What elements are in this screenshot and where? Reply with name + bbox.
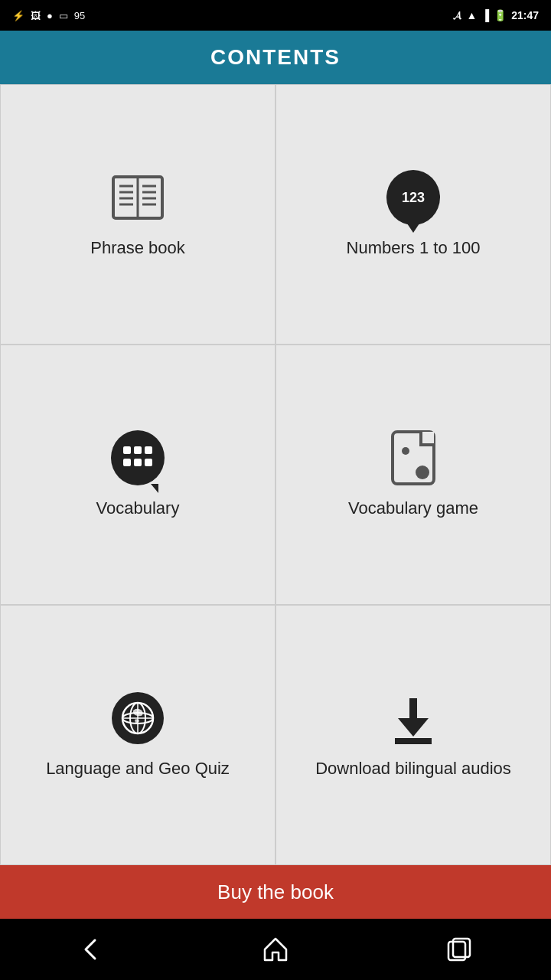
vocabulary-game-label: Vocabulary game bbox=[348, 498, 478, 518]
vocabulary-label: Vocabulary bbox=[96, 498, 180, 518]
score-badge: 95 bbox=[74, 10, 85, 21]
grid-item-language-geo-quiz[interactable]: Language and Geo Quiz bbox=[0, 605, 276, 865]
app-header: CONTENTS bbox=[0, 31, 551, 84]
home-button[interactable] bbox=[239, 928, 312, 971]
svg-marker-26 bbox=[398, 718, 429, 737]
vocab-bubble bbox=[111, 430, 165, 485]
back-button[interactable] bbox=[55, 928, 129, 971]
svg-rect-14 bbox=[134, 459, 142, 466]
svg-rect-27 bbox=[395, 738, 432, 744]
signal-icon: ▐ bbox=[481, 9, 489, 21]
svg-rect-11 bbox=[134, 446, 142, 454]
book-icon bbox=[111, 171, 165, 224]
card-icon bbox=[386, 431, 440, 485]
buy-button[interactable]: Buy the book bbox=[0, 865, 551, 919]
wifi-icon: ▲ bbox=[466, 9, 477, 21]
language-geo-quiz-label: Language and Geo Quiz bbox=[46, 759, 230, 779]
grid-item-vocabulary-game[interactable]: Vocabulary game bbox=[276, 345, 551, 605]
svg-rect-13 bbox=[123, 459, 131, 466]
grid-item-phrase-book[interactable]: Phrase book bbox=[0, 84, 276, 345]
svg-rect-15 bbox=[145, 459, 152, 466]
svg-point-19 bbox=[402, 447, 409, 455]
numbers-label: Numbers 1 to 100 bbox=[347, 238, 481, 258]
buy-button-label: Buy the book bbox=[217, 880, 334, 904]
recents-button[interactable] bbox=[422, 928, 496, 971]
image-icon: 🖼 bbox=[31, 10, 41, 21]
download-icon bbox=[386, 691, 440, 745]
grid-item-numbers[interactable]: 123 Numbers 1 to 100 bbox=[276, 84, 551, 345]
battery-icon: 🔋 bbox=[494, 9, 507, 21]
numbers-icon: 123 bbox=[386, 171, 440, 224]
page-title: CONTENTS bbox=[210, 45, 341, 70]
status-left: ⚡ 🖼 ● ▭ 95 bbox=[12, 10, 85, 21]
svg-marker-28 bbox=[265, 939, 286, 960]
hearing-icon: 𝓐 bbox=[453, 9, 461, 22]
svg-rect-10 bbox=[123, 446, 131, 454]
usb-icon: ⚡ bbox=[12, 10, 24, 21]
notification-icon: ● bbox=[47, 10, 53, 21]
phrase-book-label: Phrase book bbox=[90, 238, 185, 258]
status-bar: ⚡ 🖼 ● ▭ 95 𝓐 ▲ ▐ 🔋 21:47 bbox=[0, 0, 551, 31]
svg-point-18 bbox=[416, 466, 429, 479]
svg-rect-12 bbox=[145, 446, 152, 454]
time-display: 21:47 bbox=[511, 9, 539, 21]
status-right: 𝓐 ▲ ▐ 🔋 21:47 bbox=[453, 9, 539, 22]
cast-icon: ▭ bbox=[59, 10, 68, 21]
download-bilingual-label: Download bilingual audios bbox=[315, 759, 511, 779]
content-grid: Phrase book 123 Numbers 1 to 100 Vocabul… bbox=[0, 84, 551, 865]
bottom-nav bbox=[0, 919, 551, 980]
grid-item-download-bilingual[interactable]: Download bilingual audios bbox=[276, 605, 551, 865]
vocab-icon bbox=[111, 431, 165, 485]
grid-item-vocabulary[interactable]: Vocabulary bbox=[0, 345, 276, 605]
numbers-bubble: 123 bbox=[386, 170, 440, 225]
globe-icon bbox=[111, 691, 165, 745]
svg-rect-25 bbox=[409, 698, 417, 720]
